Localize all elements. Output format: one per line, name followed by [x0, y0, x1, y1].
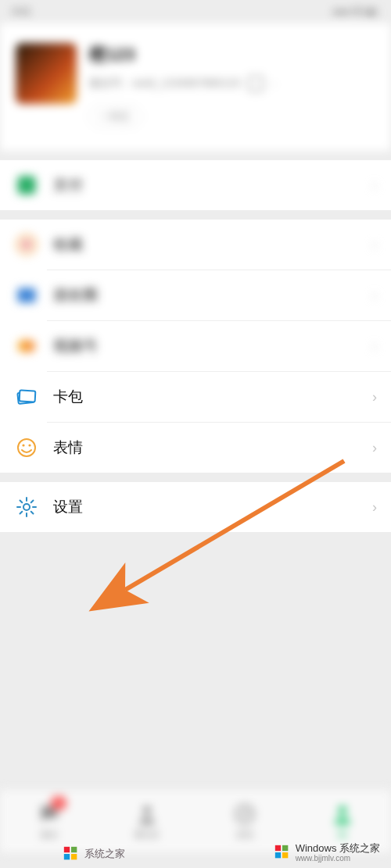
channels-icon	[16, 335, 38, 357]
cards-icon	[16, 386, 38, 408]
chevron-right-icon: ›	[372, 440, 377, 456]
menu-label: 表情	[53, 438, 83, 458]
avatar[interactable]	[16, 43, 77, 104]
profile-nickname: 橙123	[89, 43, 275, 66]
svg-rect-25	[71, 847, 77, 852]
svg-rect-26	[64, 854, 70, 859]
svg-point-9	[22, 444, 24, 446]
svg-rect-31	[282, 852, 288, 858]
profile-card[interactable]: 橙123 微信号：wxid_1234567890123 › + 状态	[0, 23, 391, 151]
menu-label: 收藏	[53, 234, 83, 255]
svg-point-2	[23, 241, 30, 248]
svg-rect-7	[20, 390, 36, 402]
tab-contacts[interactable]: 通讯录	[98, 790, 196, 852]
tab-label: 微信	[41, 829, 58, 841]
svg-line-16	[20, 501, 23, 503]
tab-label: 通讯录	[134, 829, 160, 841]
svg-line-19	[31, 501, 34, 503]
menu-item-channels[interactable]: 视频号 ›	[0, 321, 391, 371]
profile-wxid: 微信号：wxid_1234567890123	[89, 77, 240, 91]
menu-item-stickers[interactable]: 表情 ›	[0, 423, 391, 473]
svg-rect-27	[71, 854, 77, 859]
tab-chats[interactable]: 1 微信	[0, 790, 98, 852]
menu-label: 设置	[53, 497, 83, 517]
watermark-logo-icon	[274, 844, 291, 861]
stickers-icon	[16, 437, 38, 459]
svg-rect-0	[17, 176, 35, 194]
favorites-icon	[16, 234, 38, 255]
chevron-right-icon: ›	[372, 288, 377, 304]
svg-point-22	[339, 806, 346, 814]
watermark-logo-icon	[63, 845, 80, 863]
menu-label: 视频号	[53, 336, 98, 356]
chevron-right-icon: ›	[372, 499, 377, 516]
watermark-right-url: www.bjjmlv.com	[296, 854, 380, 863]
svg-point-5	[23, 340, 35, 352]
svg-point-10	[28, 444, 30, 446]
svg-rect-3	[17, 288, 35, 303]
menu-item-moments[interactable]: 朋友圈 ›	[0, 270, 391, 320]
menu-item-cards[interactable]: 卡包 ›	[0, 372, 391, 422]
chevron-right-icon: ›	[271, 77, 275, 90]
chevron-right-icon: ›	[372, 177, 377, 194]
svg-point-20	[143, 806, 151, 814]
pay-icon	[16, 174, 38, 196]
status-signal: ●●● 5G ▮▯	[333, 6, 378, 17]
watermark-left-text: 系统之家	[84, 848, 125, 861]
menu-label: 支付	[53, 175, 83, 195]
svg-rect-24	[64, 847, 70, 852]
menu-label: 朋友圈	[53, 285, 98, 305]
svg-point-8	[18, 439, 35, 456]
menu-item-pay[interactable]: 支付 ›	[0, 160, 391, 210]
menu-item-settings[interactable]: 设置 ›	[0, 482, 391, 532]
chevron-right-icon: ›	[372, 237, 377, 253]
tab-label: 我	[338, 829, 346, 841]
gear-icon	[16, 496, 38, 518]
watermark-left: 系统之家	[63, 845, 125, 863]
moments-icon	[16, 284, 38, 306]
watermark-right-title: Windows 系统之家	[296, 843, 380, 854]
badge-count: 1	[51, 796, 66, 810]
svg-rect-29	[282, 845, 288, 851]
status-time: 9:41	[13, 6, 30, 17]
svg-rect-30	[274, 852, 280, 858]
qr-icon[interactable]	[248, 76, 264, 91]
menu-label: 卡包	[53, 387, 83, 407]
watermark-right: Windows 系统之家 www.bjjmlv.com	[274, 843, 380, 863]
menu-item-favorites[interactable]: 收藏 ›	[0, 220, 391, 270]
chevron-right-icon: ›	[372, 389, 377, 405]
chevron-right-icon: ›	[372, 338, 377, 355]
svg-line-17	[31, 512, 34, 514]
status-bar: 9:41 ●●● 5G ▮▯	[0, 0, 391, 23]
tab-label: 发现	[236, 829, 253, 841]
svg-line-18	[20, 512, 23, 514]
profile-status-tag[interactable]: + 状态	[89, 105, 142, 127]
svg-rect-28	[274, 845, 280, 851]
svg-point-11	[23, 504, 30, 510]
